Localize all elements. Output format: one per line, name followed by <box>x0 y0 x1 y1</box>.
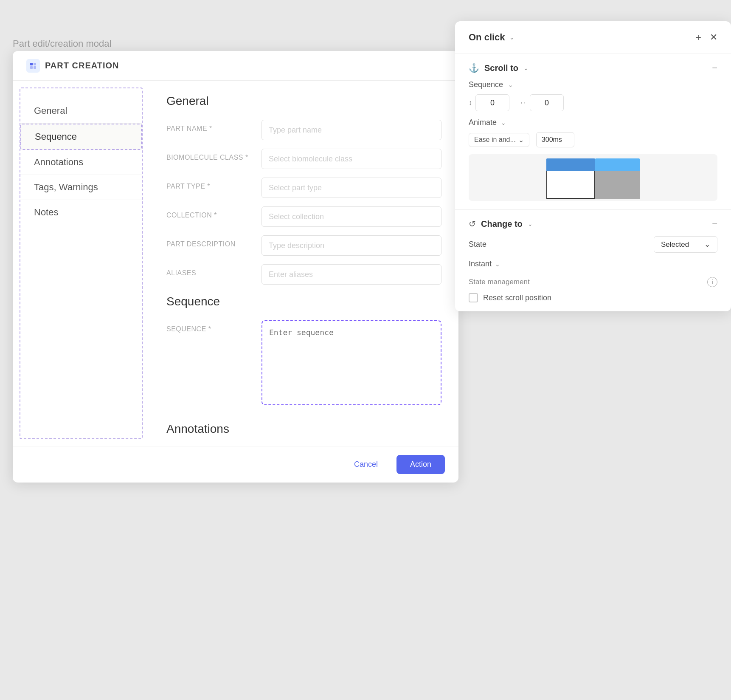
coord-y-input[interactable] <box>530 94 564 111</box>
change-to-section: ↺ Change to ⌄ − State Selected ⌄ Instant… <box>455 210 731 311</box>
scroll-header-left: ⚓ Scroll to ⌄ <box>469 63 529 73</box>
form-row-part-name: PART NAME * <box>166 120 441 140</box>
label-part-name: PART NAME * <box>166 120 251 133</box>
anim-blue-top <box>546 158 595 171</box>
change-icon: ↺ <box>469 219 476 229</box>
label-sequence: SEQUENCE * <box>166 320 251 333</box>
label-description: PART DESCRIPTION <box>166 235 251 248</box>
svg-rect-3 <box>34 66 36 69</box>
label-collection: COLLECTION * <box>166 206 251 219</box>
coord-x-field: ↕ <box>469 94 509 111</box>
input-description[interactable] <box>261 235 441 256</box>
coord-x-input[interactable] <box>475 94 509 111</box>
sidebar-item-general[interactable]: General <box>20 99 142 124</box>
state-mgmt-row: State management i <box>469 277 717 287</box>
form-row-biomolecule: BIOMOLECULE CLASS * <box>166 149 441 169</box>
anim-white-box <box>546 171 595 199</box>
form-row-part-type: PART TYPE * <box>166 178 441 198</box>
reset-scroll-row: Reset scroll position <box>469 293 717 302</box>
sidebar-item-annotations[interactable]: Annotations <box>20 150 142 175</box>
change-collapse-button[interactable]: − <box>712 218 717 229</box>
panel-header-actions: + ✕ <box>695 31 717 43</box>
animate-label: Animate <box>469 118 497 127</box>
input-part-type[interactable] <box>261 178 441 198</box>
form-row-description: PART DESCRIPTION <box>166 235 441 256</box>
scroll-header-row: ⚓ Scroll to ⌄ − <box>469 62 717 73</box>
scroll-collapse-button[interactable]: − <box>712 62 717 73</box>
timing-select[interactable]: Ease in and... ⌄ <box>469 133 529 147</box>
x-axis-icon: ↕ <box>469 99 472 107</box>
add-button[interactable]: + <box>695 31 701 43</box>
form-row-sequence: SEQUENCE * <box>166 320 441 405</box>
sidebar-item-sequence[interactable]: Sequence <box>20 124 142 150</box>
sidebar-item-tags-warnings[interactable]: Tags, Warnings <box>20 175 142 200</box>
change-header-row: ↺ Change to ⌄ − <box>469 218 717 229</box>
cancel-button[interactable]: Cancel <box>342 455 390 474</box>
timing-label: Ease in and... <box>474 136 516 144</box>
animate-row: Animate ⌄ <box>469 118 717 127</box>
modal-label: Part edit/creation modal <box>13 38 111 49</box>
label-biomolecule: BIOMOLECULE CLASS * <box>166 149 251 161</box>
panel-title: On click <box>469 32 505 43</box>
animate-chevron-icon[interactable]: ⌄ <box>501 119 506 126</box>
form-row-aliases: ALIASES <box>166 264 441 285</box>
timing-chevron-icon: ⌄ <box>518 136 524 144</box>
svg-rect-1 <box>34 63 36 65</box>
input-biomolecule[interactable] <box>261 149 441 169</box>
scroll-to-label: Scroll to <box>484 63 518 73</box>
section-title-general: General <box>166 94 441 108</box>
input-part-name[interactable] <box>261 120 441 140</box>
reset-scroll-label: Reset scroll position <box>483 294 551 302</box>
input-sequence[interactable] <box>261 320 441 405</box>
instant-label: Instant <box>469 260 492 268</box>
panel-title-row: On click ⌄ <box>469 32 515 43</box>
label-aliases: ALIASES <box>166 264 251 277</box>
label-part-type: PART TYPE * <box>166 178 251 190</box>
annotations-section: Annotations SELECT BASE PAIRS YOU WANT T… <box>166 414 441 446</box>
y-axis-icon: ↔ <box>520 99 526 107</box>
info-icon[interactable]: i <box>707 277 717 287</box>
state-label: State <box>469 240 486 249</box>
sidebar-item-notes[interactable]: Notes <box>20 200 142 225</box>
timing-row: Ease in and... ⌄ <box>469 132 717 147</box>
coord-y-field: ↔ <box>520 94 564 111</box>
svg-rect-0 <box>30 63 33 65</box>
scroll-sub-label: Sequence ⌄ <box>469 80 717 89</box>
modal-footer: Cancel Action <box>13 446 458 483</box>
state-chevron-icon: ⌄ <box>704 240 710 249</box>
chevron-down-icon[interactable]: ⌄ <box>509 34 515 41</box>
modal-body: General Sequence Annotations Tags, Warni… <box>13 81 458 446</box>
change-chevron-icon[interactable]: ⌄ <box>528 220 533 227</box>
anim-preview-wrapper <box>546 158 640 199</box>
instant-row: Instant ⌄ <box>469 260 717 268</box>
anim-blue-top-right <box>595 158 640 171</box>
section-title-sequence: Sequence <box>166 295 441 308</box>
svg-rect-2 <box>30 66 33 69</box>
sidebar: General Sequence Annotations Tags, Warni… <box>20 88 143 439</box>
state-value: Selected <box>661 240 689 249</box>
state-select[interactable]: Selected ⌄ <box>654 236 717 253</box>
modal-header: PART CREATION <box>13 51 458 81</box>
change-to-label: Change to <box>481 219 523 229</box>
right-panel: On click ⌄ + ✕ ⚓ Scroll to ⌄ − Sequence … <box>455 21 731 311</box>
action-button[interactable]: Action <box>396 455 445 474</box>
coords-row: ↕ ↔ <box>469 94 717 111</box>
section-title-annotations: Annotations <box>166 422 441 436</box>
form-row-collection: COLLECTION * <box>166 206 441 227</box>
input-aliases[interactable] <box>261 264 441 285</box>
change-header-left: ↺ Change to ⌄ <box>469 219 533 229</box>
panel-header: On click ⌄ + ✕ <box>455 21 731 54</box>
state-mgmt-label: State management <box>469 278 530 286</box>
timing-ms-input[interactable] <box>536 132 574 147</box>
modal-title: PART CREATION <box>45 61 119 71</box>
close-button[interactable]: ✕ <box>710 32 717 43</box>
main-content: General PART NAME * BIOMOLECULE CLASS * … <box>149 81 458 446</box>
instant-chevron-icon[interactable]: ⌄ <box>495 261 500 268</box>
reset-scroll-checkbox[interactable] <box>469 293 478 302</box>
scroll-chevron-icon[interactable]: ⌄ <box>523 65 529 71</box>
input-collection[interactable] <box>261 206 441 227</box>
scroll-to-section: ⚓ Scroll to ⌄ − Sequence ⌄ ↕ ↔ Animate ⌄ <box>455 54 731 210</box>
state-row: State Selected ⌄ <box>469 236 717 253</box>
anchor-icon: ⚓ <box>469 63 479 73</box>
anim-gray-box <box>595 171 640 199</box>
